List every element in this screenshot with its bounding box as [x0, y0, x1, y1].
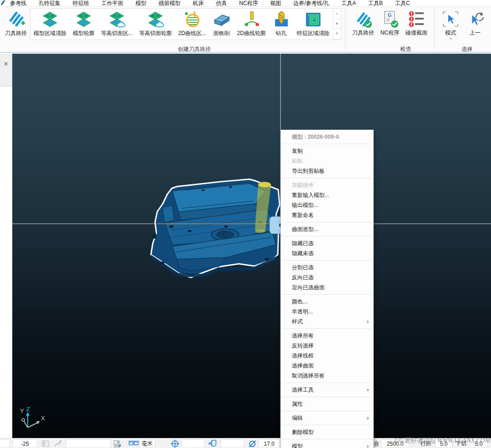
menu-item-translucency[interactable]: 半透明... [281, 307, 373, 317]
collision-section-button[interactable]: 碰撞截面 [402, 8, 431, 39]
z-slice-area-button[interactable]: 等高切面区... [98, 9, 136, 40]
check-group-label: 检查 [371, 45, 441, 53]
menu-tab-tool-c[interactable]: 工具C [395, 0, 410, 6]
model-area-clear-label: 模型区域清除 [34, 30, 66, 37]
verify-toolpath-icon [354, 10, 372, 28]
close-panel-button[interactable]: ✕ [3, 61, 9, 67]
create-toolpath-button[interactable]: 刀具路径 [3, 7, 29, 37]
menu-tab-workplane[interactable]: 工作平面 [101, 0, 123, 6]
tool-diameter-value: 17.0 [259, 439, 280, 448]
chevron-down-icon[interactable]: ˅ [449, 37, 451, 40]
tool-holder-icon[interactable] [207, 439, 219, 448]
menu-item-select-wireframe[interactable]: 选择线框 [281, 351, 373, 361]
menu-tab-tool-a[interactable]: 工具A [341, 0, 356, 6]
model-profile-label: 模型轮廓 [73, 30, 95, 37]
menu-item-reverse-selected[interactable]: 反向已选 [281, 272, 373, 282]
app-icon [1, 0, 5, 5]
menu-tab-hole-feature-set[interactable]: 孔特征集 [39, 0, 60, 6]
probe-picker-icon[interactable] [51, 439, 64, 448]
select-mode-button[interactable]: 模式 ˅ [438, 8, 463, 42]
menu-tab-view[interactable]: 视图 [270, 0, 281, 6]
z-slice-profile-button[interactable]: 等高切面轮廓 [136, 9, 175, 40]
scroll-down-icon[interactable]: ▼ [333, 19, 341, 30]
menu-tab-model[interactable]: 模型 [135, 0, 146, 6]
menu-tab-tool-b[interactable]: 工具B [368, 0, 383, 6]
collision-section-icon [407, 10, 426, 28]
menu-item-invert-selection[interactable]: 反转选择 [281, 341, 373, 351]
create-toolpath-group-label: 创建刀具路径 [30, 45, 359, 53]
drilling-button[interactable]: 钻孔 [269, 9, 294, 40]
ribbon-separator [434, 8, 435, 50]
coordinate-list-icon[interactable] [40, 439, 51, 448]
select-previous-button[interactable]: 上一 [463, 8, 487, 39]
viewport-canvas: Y Z X [12, 54, 491, 438]
ruler-units-icon[interactable] [128, 439, 140, 448]
menu-item-properties[interactable]: 属性 [281, 399, 373, 409]
status-cell-empty-2 [182, 439, 205, 448]
menu-item-rename[interactable]: 重新命名 [281, 210, 373, 220]
toolpath-icon [6, 9, 25, 28]
watermark-text: UG爱好者论坛 WWW.UGSNX.COM [395, 437, 491, 445]
curve-profile-2d-label: 2D曲线轮廓 [237, 30, 266, 37]
menu-item-orient-selected-surface[interactable]: 定向已选曲面 [281, 282, 373, 292]
crosshair-target-icon[interactable] [169, 439, 181, 448]
viewport-3d[interactable]: Y Z X [12, 54, 491, 438]
menu-item-label: 模型 [292, 443, 303, 448]
collision-section-label: 碰撞截面 [406, 29, 427, 37]
menu-item-paste: 粘贴 [281, 156, 373, 166]
model-profile-button[interactable]: 模型轮廓 [70, 9, 98, 40]
menu-item-reimport-model[interactable]: 重新输入模型... [281, 190, 373, 200]
menu-item-split-selected[interactable]: 分割已选 [281, 262, 373, 272]
unit-value: 毫米 [140, 439, 155, 448]
face-milling-button[interactable]: 面铣削 [209, 9, 234, 40]
select-previous-icon [466, 10, 484, 28]
face-milling-icon [212, 10, 230, 29]
menu-item-hide-unselected[interactable]: 隐藏未选 [281, 248, 373, 258]
menu-item-color[interactable]: 颜色... [281, 297, 373, 307]
menu-item-copy[interactable]: 复制 [281, 146, 373, 156]
axis-indicator: Y Z X [20, 406, 45, 428]
verify-toolpath-button[interactable]: 刀具路径 [349, 8, 377, 39]
z-slice-area-label: 等高切面区... [101, 30, 133, 37]
menu-item-select-tools[interactable]: 选择工具› [281, 385, 373, 395]
feature-area-clear-button[interactable]: 特征区域清除 [294, 9, 333, 40]
menu-item-edit[interactable]: 编辑› [281, 413, 373, 423]
menu-item-surface-modeling[interactable]: 曲面造型... [281, 224, 373, 234]
menu-item-export-clipboard[interactable]: 导出到剪贴板 [281, 166, 373, 176]
model-profile-icon [75, 10, 93, 29]
ribbon-separator [345, 8, 346, 50]
menu-tab-machine[interactable]: 机床 [193, 0, 204, 6]
scroll-more-icon[interactable]: ⯆ [333, 29, 341, 40]
z-slice-area-icon [108, 10, 126, 29]
menu-tab-stock-model[interactable]: 残留模型 [159, 0, 180, 6]
curve-profile-2d-button[interactable]: 2D曲线轮廓 [234, 9, 269, 40]
menu-tab-reference-line[interactable]: 参考线 [10, 0, 26, 6]
menu-tab-feature-group[interactable]: 特征组 [73, 0, 89, 6]
menu-tab-boundary[interactable]: 边界/参考线/孔 [293, 0, 329, 6]
face-milling-label: 面铣削 [213, 30, 230, 37]
left-panel-strip: ✕ [0, 54, 12, 86]
menu-item-select-all[interactable]: 选择所有 [281, 331, 373, 341]
svg-text:G: G [388, 12, 392, 18]
select-mode-label: 模式 [445, 29, 456, 37]
calculator-icon[interactable] [112, 439, 123, 448]
submenu-arrow-icon: › [367, 441, 369, 448]
verify-nc-program-button[interactable]: G NC程序 [377, 8, 402, 39]
curve-area-2d-button[interactable]: 2D曲线区... [175, 9, 209, 40]
menu-item-hide-selected[interactable]: 隐藏已选 [281, 238, 373, 248]
menu-tab-nc-program[interactable]: NC程序 [239, 0, 258, 6]
menu-tab-simulation[interactable]: 仿真 [216, 0, 227, 6]
menu-item-select-surface[interactable]: 选择曲面 [281, 361, 373, 371]
menu-item-deselect-all[interactable]: 取消选择所有 [281, 371, 373, 381]
diameter-icon [247, 439, 258, 448]
select-mode-icon [441, 10, 460, 28]
menu-item-delete-model[interactable]: 删除模型 [281, 427, 373, 437]
submenu-arrow-icon: › [367, 413, 369, 423]
toolpath-strategy-box: 模型区域清除 模型轮廓 等高切面区... 等高切面轮廓 [30, 8, 341, 40]
z-height-value: -25 [13, 439, 37, 448]
model-area-clear-button[interactable]: 模型区域清除 [30, 9, 70, 40]
menu-item-export-model[interactable]: 输出模型... [281, 200, 373, 210]
menu-item-model[interactable]: 模型› [281, 441, 373, 448]
menu-item-style[interactable]: 样式› [281, 317, 373, 327]
scroll-up-icon[interactable]: ▲ [333, 9, 341, 19]
